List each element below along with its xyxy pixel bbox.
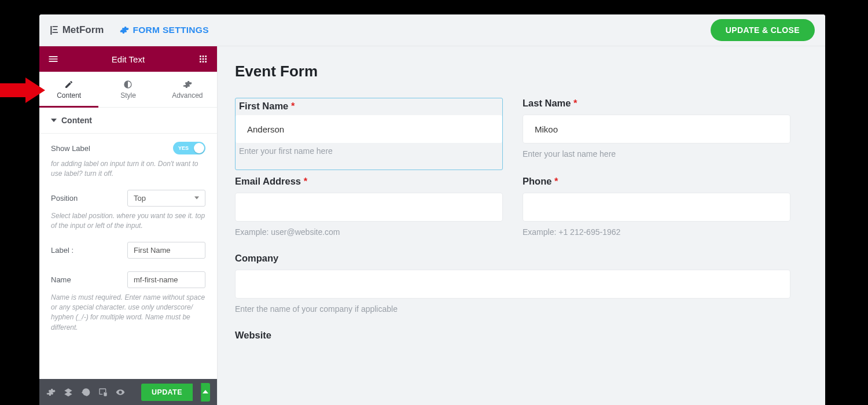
caret-down-icon xyxy=(51,117,57,123)
last-name-input[interactable] xyxy=(523,115,790,143)
field-company[interactable]: Company Enter the name of your company i… xyxy=(235,253,790,324)
tab-content[interactable]: Content xyxy=(39,72,98,107)
position-select[interactable]: Top xyxy=(127,190,205,207)
name-field-input[interactable] xyxy=(127,271,205,288)
widgets-grid-icon[interactable] xyxy=(197,53,209,65)
svg-rect-6 xyxy=(205,58,207,60)
field-email[interactable]: Email Address * Example: user@website.co… xyxy=(235,176,503,247)
update-button[interactable]: UPDATE xyxy=(141,384,193,401)
brand-name: MetForm xyxy=(62,24,104,36)
update-dropdown-button[interactable] xyxy=(201,383,210,402)
svg-rect-7 xyxy=(200,61,201,62)
panel-tabs: Content Style Advanced xyxy=(39,72,217,108)
contrast-icon xyxy=(123,80,133,89)
responsive-icon[interactable] xyxy=(98,387,108,397)
svg-rect-5 xyxy=(203,58,204,60)
form-canvas[interactable]: Event Form First Name * Enter your first… xyxy=(218,46,825,405)
phone-input[interactable] xyxy=(523,193,790,222)
editor-sidebar: Edit Text Content Style Advanced xyxy=(39,46,218,405)
sidebar-bottom-bar: UPDATE xyxy=(39,379,217,405)
gear-icon xyxy=(120,25,129,35)
last-name-label: Last Name * xyxy=(523,98,790,109)
website-label: Website xyxy=(235,330,790,341)
metform-editor-modal: |Ξ MetForm FORM SETTINGS UPDATE & CLOSE … xyxy=(39,14,825,405)
panel-title: Edit Text xyxy=(59,54,197,64)
form-settings-label: FORM SETTINGS xyxy=(133,25,208,35)
history-icon[interactable] xyxy=(81,387,90,397)
company-hint: Enter the name of your company if applic… xyxy=(235,304,790,314)
name-field-label: Name xyxy=(51,275,71,284)
name-field-hint: Name is must required. Enter name withou… xyxy=(51,293,205,333)
svg-rect-4 xyxy=(200,58,201,60)
show-label-label: Show Label xyxy=(51,144,90,153)
svg-rect-1 xyxy=(200,56,201,57)
tab-style[interactable]: Style xyxy=(98,72,157,107)
phone-hint: Example: +1 212-695-1962 xyxy=(523,227,790,237)
field-phone[interactable]: Phone * Example: +1 212-695-1962 xyxy=(523,176,790,247)
position-hint: Select label position. where you want to… xyxy=(51,211,205,231)
label-field-input[interactable] xyxy=(127,242,205,259)
first-name-input[interactable] xyxy=(236,115,502,143)
last-name-hint: Enter your last name here xyxy=(523,149,790,159)
email-label: Email Address * xyxy=(235,176,503,187)
update-and-close-button[interactable]: UPDATE & CLOSE xyxy=(711,19,815,41)
label-field-label: Label : xyxy=(51,246,73,255)
panel-header: Edit Text xyxy=(39,46,217,72)
field-first-name[interactable]: First Name * Enter your first name here xyxy=(235,98,503,170)
svg-rect-3 xyxy=(205,56,207,57)
first-name-label: First Name * xyxy=(236,98,502,115)
tab-advanced[interactable]: Advanced xyxy=(158,72,217,107)
brand: |Ξ MetForm xyxy=(50,24,104,36)
company-input[interactable] xyxy=(235,270,790,299)
first-name-hint: Enter your first name here xyxy=(236,146,502,159)
field-last-name[interactable]: Last Name * Enter your last name here xyxy=(523,98,790,170)
gear-icon xyxy=(183,80,192,89)
field-website[interactable]: Website xyxy=(235,330,790,347)
menu-icon[interactable] xyxy=(47,53,59,65)
show-label-toggle[interactable]: YES xyxy=(173,142,205,154)
email-input[interactable] xyxy=(235,193,503,222)
form-title: Event Form xyxy=(235,62,825,80)
preview-icon[interactable] xyxy=(116,387,125,397)
topbar: |Ξ MetForm FORM SETTINGS UPDATE & CLOSE xyxy=(39,14,825,46)
form-settings-link[interactable]: FORM SETTINGS xyxy=(120,25,208,35)
company-label: Company xyxy=(235,253,790,264)
phone-label: Phone * xyxy=(523,176,790,187)
svg-rect-8 xyxy=(203,61,204,62)
svg-rect-2 xyxy=(203,56,204,57)
email-hint: Example: user@website.com xyxy=(235,227,503,237)
show-label-hint: for adding label on input turn it on. Do… xyxy=(51,159,205,179)
navigator-icon[interactable] xyxy=(64,387,73,397)
section-content-toggle[interactable]: Content xyxy=(39,108,217,134)
position-label: Position xyxy=(51,194,78,203)
brand-logo-icon: |Ξ xyxy=(50,24,58,36)
settings-icon[interactable] xyxy=(46,387,56,397)
svg-rect-9 xyxy=(205,61,207,62)
pencil-icon xyxy=(64,80,73,89)
